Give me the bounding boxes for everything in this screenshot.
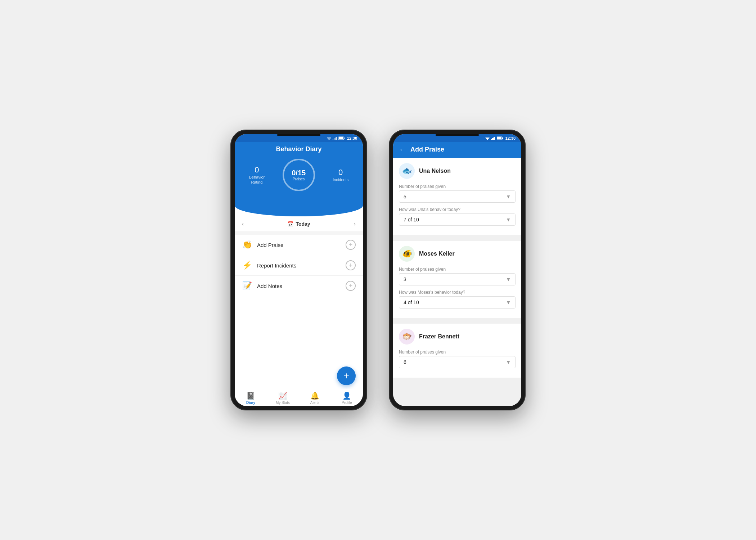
calendar-icon: 📅 bbox=[287, 221, 293, 227]
add-incident-button[interactable]: + bbox=[346, 260, 356, 270]
alerts-icon: 🔔 bbox=[310, 391, 319, 400]
svg-rect-6 bbox=[336, 137, 337, 140]
svg-rect-11 bbox=[491, 139, 492, 140]
moses-praises-field: Number of praises given 3 ▼ bbox=[399, 267, 516, 285]
wifi-icon bbox=[327, 136, 331, 140]
add-notes-item[interactable]: 📝 Add Notes + bbox=[235, 276, 363, 296]
nav-alerts[interactable]: 🔔 Alerts bbox=[299, 391, 331, 405]
date-text: Today bbox=[296, 221, 310, 227]
divider-1 bbox=[393, 238, 521, 241]
incidents-icon: ⚡ bbox=[242, 261, 252, 270]
nav-my-stats-label: My Stats bbox=[276, 401, 290, 405]
nav-alerts-label: Alerts bbox=[310, 401, 320, 405]
svg-rect-12 bbox=[492, 138, 493, 140]
phone-2-screen: 12:30 ← Add Praise 🐟 Una Nelson Number o… bbox=[393, 134, 521, 406]
stats-row: 0 BehaviorRating 0/15 Praises 0 Incident… bbox=[242, 159, 356, 191]
incidents-label: Incidents bbox=[333, 177, 348, 182]
report-incidents-item[interactable]: ⚡ Report Incidents + bbox=[235, 255, 363, 276]
svg-rect-13 bbox=[493, 138, 494, 140]
bottom-nav: 📓 Diary 📈 My Stats 🔔 Alerts 👤 Profile bbox=[235, 389, 363, 406]
status-time-2: 12:30 bbox=[505, 136, 516, 140]
diary-icon: 📓 bbox=[246, 391, 255, 400]
phone-1-screen: 12:30 Behavior Diary 0 BehaviorRating 0/… bbox=[235, 134, 363, 406]
frazer-praises-value: 6 bbox=[404, 359, 406, 365]
una-behavior-arrow: ▼ bbox=[506, 217, 511, 222]
nav-profile[interactable]: 👤 Profile bbox=[331, 391, 363, 405]
app-header-1: Behavior Diary 0 BehaviorRating 0/15 Pra… bbox=[235, 142, 363, 206]
una-behavior-label: How was Una's behavior today? bbox=[399, 207, 516, 212]
add-notes-button[interactable]: + bbox=[346, 281, 356, 291]
frazer-praises-label: Number of praises given bbox=[399, 350, 516, 355]
profile-icon: 👤 bbox=[342, 391, 351, 400]
behavior-rating-stat: 0 BehaviorRating bbox=[249, 165, 265, 185]
nav-my-stats[interactable]: 📈 My Stats bbox=[267, 391, 299, 405]
una-praises-arrow: ▼ bbox=[506, 194, 511, 199]
svg-rect-8 bbox=[339, 137, 343, 139]
nav-diary[interactable]: 📓 Diary bbox=[235, 391, 267, 405]
date-navigation: ‹ 📅 Today › bbox=[235, 216, 363, 232]
fab-container: + bbox=[235, 364, 363, 389]
una-header: 🐟 Una Nelson bbox=[399, 163, 516, 179]
student-una-section: 🐟 Una Nelson Number of praises given 5 ▼… bbox=[393, 158, 521, 235]
frazer-praises-select[interactable]: 6 ▼ bbox=[399, 356, 516, 368]
student-moses-section: 🐠 Moses Keller Number of praises given 3… bbox=[393, 241, 521, 318]
add-praise-label: Add Praise bbox=[257, 242, 341, 248]
praises-count: 0/15 bbox=[292, 169, 306, 177]
battery-icon bbox=[338, 136, 345, 140]
svg-marker-10 bbox=[485, 138, 490, 140]
praises-label: Praises bbox=[293, 177, 305, 181]
app-title: Behavior Diary bbox=[242, 145, 356, 153]
una-behavior-select[interactable]: 7 of 10 ▼ bbox=[399, 213, 516, 226]
date-label: 📅 Today bbox=[287, 221, 310, 227]
signal-icon bbox=[333, 136, 337, 140]
behavior-rating-label: BehaviorRating bbox=[249, 175, 265, 185]
phone-2: 12:30 ← Add Praise 🐟 Una Nelson Number o… bbox=[389, 130, 526, 410]
moses-praises-value: 3 bbox=[404, 276, 406, 282]
signal-icon-2 bbox=[491, 136, 495, 140]
svg-rect-14 bbox=[494, 137, 495, 140]
incidents-value: 0 bbox=[333, 168, 348, 177]
svg-rect-4 bbox=[334, 138, 334, 140]
una-praises-select[interactable]: 5 ▼ bbox=[399, 190, 516, 203]
add-praise-title: Add Praise bbox=[410, 146, 444, 153]
add-praise-button[interactable]: + bbox=[346, 240, 356, 250]
date-prev-arrow[interactable]: ‹ bbox=[242, 221, 244, 227]
phone-1: 12:30 Behavior Diary 0 BehaviorRating 0/… bbox=[230, 130, 367, 410]
moses-behavior-select[interactable]: 4 of 10 ▼ bbox=[399, 296, 516, 309]
moses-behavior-field: How was Moses's behavior today? 4 of 10 … bbox=[399, 290, 516, 309]
frazer-avatar: 🐡 bbox=[399, 329, 415, 345]
action-list: 👏 Add Praise + ⚡ Report Incidents + 📝 Ad… bbox=[235, 235, 363, 364]
my-stats-icon: 📈 bbox=[278, 391, 287, 400]
add-praise-item[interactable]: 👏 Add Praise + bbox=[235, 235, 363, 255]
moses-praises-label: Number of praises given bbox=[399, 267, 516, 272]
una-name: Una Nelson bbox=[419, 168, 451, 174]
notes-icon: 📝 bbox=[242, 281, 252, 291]
fab-button[interactable]: + bbox=[337, 366, 356, 385]
status-time-1: 12:30 bbox=[347, 136, 357, 140]
svg-rect-3 bbox=[333, 139, 333, 140]
status-icons-1 bbox=[327, 136, 345, 140]
una-behavior-value: 7 of 10 bbox=[404, 217, 419, 222]
phone-notch bbox=[277, 134, 320, 136]
moses-praises-select[interactable]: 3 ▼ bbox=[399, 273, 516, 285]
back-button[interactable]: ← bbox=[399, 145, 406, 154]
una-avatar: 🐟 bbox=[399, 163, 415, 179]
moses-name: Moses Keller bbox=[419, 251, 455, 257]
svg-rect-16 bbox=[497, 137, 501, 139]
divider-2 bbox=[393, 321, 521, 324]
frazer-praises-arrow: ▼ bbox=[506, 359, 511, 365]
moses-behavior-label: How was Moses's behavior today? bbox=[399, 290, 516, 295]
praise-icon: 👏 bbox=[242, 240, 252, 249]
date-next-arrow[interactable]: › bbox=[354, 221, 356, 227]
frazer-header: 🐡 Frazer Bennett bbox=[399, 329, 516, 345]
praises-circle: 0/15 Praises bbox=[283, 159, 315, 191]
nav-profile-label: Profile bbox=[342, 401, 352, 405]
status-icons-2 bbox=[485, 136, 503, 140]
moses-avatar: 🐠 bbox=[399, 246, 415, 262]
wifi-icon-2 bbox=[485, 136, 490, 140]
behavior-rating-value: 0 bbox=[249, 165, 265, 175]
una-behavior-field: How was Una's behavior today? 7 of 10 ▼ bbox=[399, 207, 516, 226]
moses-header: 🐠 Moses Keller bbox=[399, 246, 516, 262]
add-notes-label: Add Notes bbox=[257, 283, 341, 289]
incidents-stat: 0 Incidents bbox=[333, 168, 348, 182]
